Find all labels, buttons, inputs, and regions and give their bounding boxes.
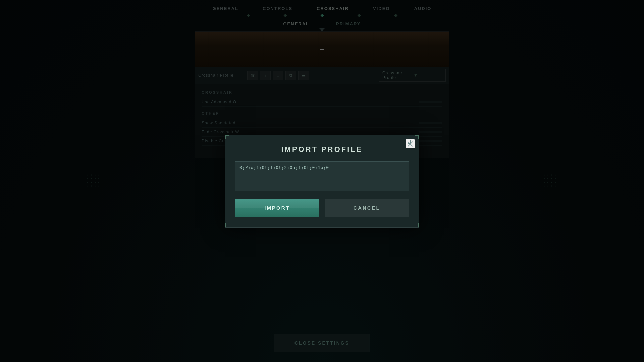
corner-bl (225, 223, 229, 227)
modal-overlay: IMPORT PROFILE IMPORT CANCEL (0, 0, 644, 362)
cancel-button[interactable]: CANCEL (325, 199, 409, 217)
import-button[interactable]: IMPORT (235, 199, 319, 217)
dialog-title: IMPORT PROFILE (235, 145, 409, 154)
decorative-dots-left (87, 175, 100, 188)
corner-tr (415, 135, 419, 139)
close-bracket-right (408, 140, 411, 144)
corner-tl (225, 135, 229, 139)
profile-code-input[interactable] (235, 161, 409, 191)
import-profile-dialog: IMPORT PROFILE IMPORT CANCEL (225, 135, 419, 228)
decorative-dots-right (544, 175, 557, 188)
dialog-buttons: IMPORT CANCEL (235, 199, 409, 217)
dialog-close-button[interactable] (406, 139, 415, 148)
close-bracket-left (410, 144, 413, 147)
corner-br (415, 223, 419, 227)
close-icon (407, 140, 414, 147)
